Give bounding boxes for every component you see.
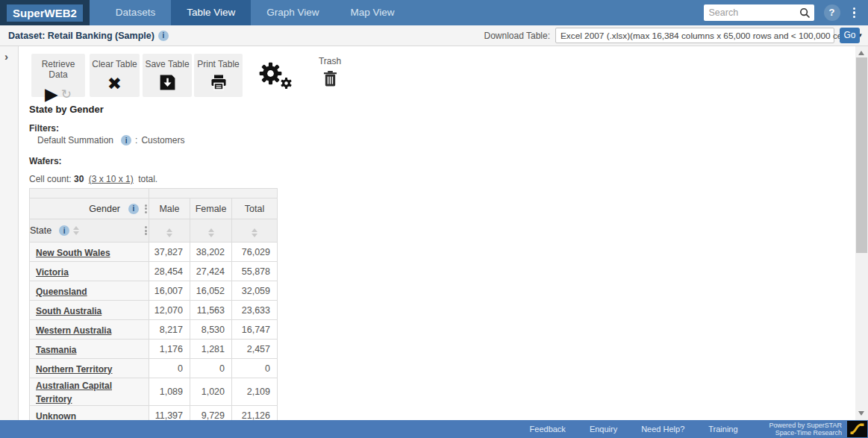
print-table-label: Print Table	[194, 59, 243, 69]
cell-total: 2,457	[232, 340, 278, 359]
search-input[interactable]	[704, 7, 796, 18]
column-field-label[interactable]: Gender	[89, 204, 120, 214]
footer-bar: Feedback Enquiry Need Help? Training Pow…	[0, 420, 868, 438]
state-link[interactable]: South Australia	[36, 306, 102, 316]
sort-female-icon[interactable]	[208, 228, 214, 237]
page-title: State by Gender	[29, 104, 104, 115]
table-row: Australian Capital Territory 1,089 1,020…	[30, 378, 278, 406]
footer-links: Feedback Enquiry Need Help? Training	[530, 425, 738, 434]
table-row: Northern Territory 0 0 0	[30, 359, 278, 378]
state-link[interactable]: Australian Capital Territory	[36, 381, 112, 404]
search-box	[704, 4, 814, 21]
tab-datasets[interactable]: Datasets	[100, 0, 171, 25]
gear-small-icon	[281, 78, 292, 92]
gender-info-icon[interactable]: i	[128, 204, 139, 214]
column-header-female[interactable]: Female	[190, 198, 232, 219]
app-logo-text: SuperWEB2	[7, 4, 83, 22]
cell-male: 8,217	[149, 320, 190, 340]
search-icon[interactable]	[796, 7, 814, 19]
state-sort-icon[interactable]	[73, 226, 79, 235]
filter-info-icon[interactable]: i	[121, 135, 131, 146]
state-link[interactable]: Western Australia	[36, 325, 111, 336]
state-link[interactable]: Queensland	[36, 287, 87, 297]
cell-female: 1,020	[190, 378, 232, 406]
main-nav: Datasets Table View Graph View Map View	[100, 0, 410, 25]
play-icon: ▶	[45, 86, 58, 103]
state-link[interactable]: New South Wales	[36, 248, 110, 258]
scrollbar-thumb[interactable]	[856, 57, 867, 253]
dataset-bar: Dataset: Retail Banking (Sample) i Downl…	[0, 25, 868, 46]
help-icon[interactable]: ?	[824, 4, 840, 21]
row-field-row: State i	[30, 219, 278, 243]
wafers-heading: Wafers:	[29, 156, 62, 166]
table-row: Queensland 16,007 16,052 32,059	[30, 281, 278, 301]
powered-by-text: Powered by SuperSTAR Space-Time Research	[769, 422, 842, 437]
table-row: Tasmania 1,176 1,281 2,457	[30, 340, 278, 359]
table-row: South Australia 12,070 11,563 23,633	[30, 301, 278, 320]
column-header-male[interactable]: Male	[149, 198, 190, 219]
table-top-strip	[30, 189, 278, 198]
cell-total: 2,109	[232, 378, 278, 406]
app-logo[interactable]: SuperWEB2	[0, 0, 90, 25]
dataset-title: Dataset: Retail Banking (Sample)	[8, 31, 154, 41]
download-group: Download Table: Excel 2007 (.xlsx)(max 1…	[484, 28, 860, 43]
save-icon	[158, 73, 177, 95]
state-link[interactable]: Victoria	[36, 267, 69, 278]
go-button[interactable]: Go	[840, 28, 860, 43]
trash-icon	[313, 69, 346, 91]
printer-icon	[209, 73, 228, 94]
table-options-gears-button[interactable]	[259, 62, 292, 92]
column-field-row: Gender i Male Female Total	[30, 198, 278, 219]
tab-map-view[interactable]: Map View	[334, 0, 410, 25]
download-format-select[interactable]: Excel 2007 (.xlsx)(max 16,384 columns x …	[555, 28, 834, 43]
clear-x-icon: ✖	[107, 75, 122, 93]
cell-male: 0	[149, 359, 190, 378]
filter-item: Default Summation i : Customers	[37, 135, 184, 146]
download-format-value: Excel 2007 (.xlsx)(max 16,384 columns x …	[561, 31, 853, 41]
scroll-down-icon[interactable]	[858, 411, 864, 416]
sort-total-icon[interactable]	[252, 228, 257, 237]
results-table: Gender i Male Female Total State i	[29, 188, 278, 429]
gender-menu-icon[interactable]	[143, 202, 149, 215]
tab-table-view[interactable]: Table View	[171, 0, 251, 25]
footer-link-feedback[interactable]: Feedback	[530, 425, 566, 434]
clear-table-label: Clear Table	[90, 59, 140, 69]
filters-heading: Filters:	[29, 123, 59, 134]
cell-male: 28,454	[149, 262, 190, 281]
clear-table-button[interactable]: Clear Table ✖	[90, 54, 140, 97]
column-header-total[interactable]: Total	[232, 198, 278, 219]
trash-dropzone[interactable]: Trash	[313, 56, 346, 91]
dataset-info-icon[interactable]: i	[158, 31, 169, 41]
state-link[interactable]: Tasmania	[36, 345, 76, 355]
left-sidebar-collapsed: ›	[0, 46, 19, 420]
scroll-up-icon[interactable]	[858, 51, 864, 55]
row-field-label[interactable]: State	[30, 225, 51, 236]
overflow-menu-icon[interactable]	[850, 4, 859, 22]
save-table-label: Save Table	[143, 59, 192, 69]
save-table-button[interactable]: Save Table	[143, 54, 192, 97]
cell-male: 1,176	[149, 340, 190, 359]
cell-male: 12,070	[149, 301, 190, 320]
footer-link-enquiry[interactable]: Enquiry	[590, 425, 617, 434]
footer-link-training[interactable]: Training	[708, 425, 737, 434]
download-table-label: Download Table:	[484, 31, 550, 41]
table-row: Western Australia 8,217 8,530 16,747	[30, 320, 278, 340]
filter-colon: :	[135, 135, 137, 146]
state-menu-icon[interactable]	[143, 225, 149, 237]
retrieve-data-button[interactable]: Retrieve Data ▶ ↻	[31, 54, 85, 97]
print-table-button[interactable]: Print Table	[194, 54, 243, 97]
sort-male-icon[interactable]	[166, 228, 172, 237]
state-link[interactable]: Northern Territory	[36, 364, 112, 375]
footer-link-need-help[interactable]: Need Help?	[641, 425, 684, 434]
content-area: › Retrieve Data ▶ ↻ Clear Table ✖ Save T…	[0, 46, 868, 420]
cell-count-link[interactable]: (3 x 10 x 1)	[89, 174, 134, 184]
state-info-icon[interactable]: i	[59, 225, 69, 236]
navbar-right: ?	[704, 0, 868, 25]
table-row: Victoria 28,454 27,424 55,878	[30, 262, 278, 281]
vertical-scrollbar[interactable]	[855, 46, 868, 420]
tab-graph-view[interactable]: Graph View	[251, 0, 334, 25]
cell-count-suffix: total.	[138, 174, 157, 184]
cell-male: 37,827	[149, 243, 190, 262]
sidebar-expand-icon[interactable]: ›	[4, 50, 8, 63]
trash-label: Trash	[313, 56, 346, 66]
